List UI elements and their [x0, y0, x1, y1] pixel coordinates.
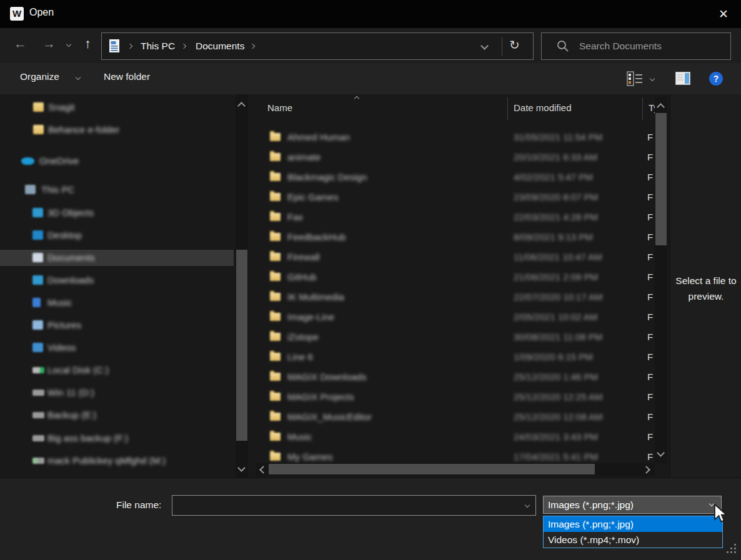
- file-row[interactable]: Firewall11/06/2021 10:47 AMF: [256, 248, 655, 267]
- breadcrumb-this-pc[interactable]: This PC: [141, 33, 175, 59]
- folder-icon: [270, 453, 281, 461]
- file-name: Firewall: [287, 248, 320, 267]
- file-name: GitHub: [287, 268, 317, 287]
- scroll-right-icon[interactable]: [642, 466, 650, 474]
- breadcrumb-chevron-icon[interactable]: [127, 44, 132, 49]
- file-date: 25/12/2020 1:46 PM: [514, 368, 598, 386]
- sidebar-item-music[interactable]: Music: [0, 295, 234, 311]
- file-name-field[interactable]: [172, 495, 536, 516]
- file-name: Music: [287, 428, 312, 446]
- breadcrumb-chevron-icon[interactable]: [181, 44, 186, 49]
- file-name-input[interactable]: [172, 496, 535, 515]
- sidebar-item-drive-f[interactable]: Big ass backup (F:): [0, 430, 234, 446]
- search-input[interactable]: [578, 33, 724, 59]
- organize-chevron-icon[interactable]: [76, 75, 81, 80]
- file-type: F: [647, 208, 653, 227]
- dropdown-option-videos[interactable]: Videos (*.mp4;*.mov): [544, 532, 722, 548]
- breadcrumb-documents[interactable]: Documents: [196, 33, 244, 59]
- recent-locations-chevron-icon[interactable]: [66, 42, 71, 47]
- column-divider[interactable]: [507, 97, 508, 120]
- breadcrumb-chevron-icon[interactable]: [250, 44, 255, 49]
- sidebar-item-downloads[interactable]: Downloads: [0, 272, 234, 288]
- file-row[interactable]: MAGIX Downloads25/12/2020 1:46 PMF: [256, 368, 655, 386]
- sidebar-item-this-pc[interactable]: This PC: [0, 182, 234, 198]
- file-row[interactable]: Blackmagic Design4/02/2021 5:47 PMF: [256, 168, 655, 187]
- sidebar-item-3d-objects[interactable]: 3D Objects: [0, 205, 234, 221]
- sidebar-item-pictures[interactable]: Pictures: [0, 317, 234, 333]
- file-type: F: [647, 128, 653, 147]
- close-button[interactable]: ✕: [714, 5, 733, 24]
- sidebar-item-label: Backup (E:): [47, 407, 96, 423]
- scroll-up-icon[interactable]: [657, 103, 665, 111]
- sidebar-item[interactable]: Behance e-folder: [0, 122, 234, 138]
- file-type: F: [647, 228, 653, 247]
- sidebar-item-videos[interactable]: Videos: [0, 340, 234, 356]
- file-row[interactable]: MAGIX_MusicEditor25/12/2020 12:08 AMF: [256, 408, 655, 426]
- sidebar-item-label: Win 11 (D:): [47, 385, 94, 401]
- sidebar-item-drive-e[interactable]: Backup (E:): [0, 407, 234, 423]
- file-row[interactable]: GitHub21/06/2021 2:09 PMF: [256, 268, 655, 287]
- file-name: IK Multimedia: [287, 288, 344, 307]
- file-list-scrollbar[interactable]: [655, 97, 667, 463]
- column-header-date-modified[interactable]: Date modified: [514, 102, 572, 113]
- file-row[interactable]: FeedbackHub8/09/2021 9:13 PMF: [256, 228, 655, 247]
- sidebar-item-label: Pictures: [47, 317, 81, 333]
- file-row[interactable]: IK Multimedia22/07/2020 10:17 AMF: [256, 288, 655, 307]
- file-date: 8/09/2021 9:13 PM: [514, 228, 593, 247]
- file-row[interactable]: iZotope30/08/2021 11:08 PMF: [256, 328, 655, 346]
- file-row[interactable]: Music24/03/2021 3:43 PMF: [256, 428, 655, 446]
- back-icon[interactable]: ←: [14, 36, 27, 51]
- file-row[interactable]: Line 61/09/2020 6:15 PMF: [256, 348, 655, 366]
- dropdown-option-images[interactable]: Images (*.png;*.jpg): [544, 516, 722, 532]
- file-row[interactable]: animate20/10/2021 6:33 AMF: [256, 148, 655, 167]
- sidebar-item-drive-m[interactable]: mack Publickey qMfghd (M:): [0, 453, 234, 469]
- search-box[interactable]: [541, 32, 731, 60]
- column-divider[interactable]: [642, 97, 643, 120]
- sidebar-item-documents[interactable]: Documents: [0, 250, 234, 266]
- sidebar-item-drive-d[interactable]: Win 11 (D:): [0, 385, 234, 401]
- refresh-icon[interactable]: ↻: [509, 37, 520, 52]
- view-options-chevron-icon[interactable]: [650, 76, 655, 81]
- file-row[interactable]: MAGIX Projects25/12/2020 12:25 AMF: [256, 388, 655, 406]
- preview-pane-icon[interactable]: [675, 72, 690, 85]
- scrollbar-thumb[interactable]: [269, 464, 595, 474]
- organize-button[interactable]: Organize: [20, 71, 59, 82]
- preview-message: Select a file to preview.: [673, 273, 739, 304]
- drive-icon: [32, 367, 44, 373]
- resize-grip[interactable]: [727, 544, 729, 546]
- file-row[interactable]: Image-Line2/05/2021 10:02 AMF: [256, 308, 655, 327]
- sidebar-item-label: Videos: [47, 340, 76, 356]
- scrollbar-thumb[interactable]: [236, 250, 247, 441]
- scroll-down-icon[interactable]: [237, 464, 246, 472]
- scrollbar-thumb[interactable]: [655, 113, 667, 245]
- sidebar-item-desktop[interactable]: Desktop: [0, 227, 234, 243]
- file-date: 20/10/2021 6:33 AM: [514, 148, 597, 167]
- file-row[interactable]: Ahmed Human31/05/2021 11:54 PMF: [256, 128, 655, 147]
- horizontal-scrollbar[interactable]: [256, 463, 655, 476]
- forward-icon[interactable]: →: [42, 36, 56, 51]
- main-area: Snagit Behance e-folder OneDrive This PC…: [0, 94, 741, 478]
- column-header-name[interactable]: Name: [267, 102, 292, 113]
- address-bar[interactable]: This PC Documents ↻: [101, 32, 534, 60]
- file-row[interactable]: Fax22/03/2021 4:28 PMF: [256, 208, 655, 227]
- sidebar-item-local-disk[interactable]: Local Disk (C:): [0, 362, 234, 378]
- scroll-down-icon[interactable]: [657, 449, 665, 457]
- sidebar-item[interactable]: Snagit: [0, 99, 234, 115]
- folder-icon: [270, 213, 281, 221]
- file-name: FeedbackHub: [287, 228, 346, 247]
- file-row[interactable]: Epic Games23/09/2020 8:07 PMF: [256, 188, 655, 207]
- address-dropdown-chevron-icon[interactable]: [480, 42, 489, 50]
- details-view-icon[interactable]: [627, 71, 643, 86]
- file-type-combobox[interactable]: Images (*.png;*.jpg): [543, 496, 722, 514]
- scroll-up-icon[interactable]: [237, 102, 246, 110]
- sidebar-item-onedrive[interactable]: OneDrive: [0, 153, 234, 169]
- sidebar-scrollbar[interactable]: [236, 94, 248, 478]
- sidebar-item-label: Downloads: [47, 272, 94, 288]
- new-folder-button[interactable]: New folder: [104, 71, 150, 82]
- scroll-left-icon[interactable]: [259, 466, 267, 474]
- help-icon[interactable]: ?: [709, 72, 723, 86]
- toolbar: Organize New folder ?: [0, 63, 741, 94]
- file-row[interactable]: My Games17/04/2021 5:41 PMF: [256, 448, 655, 463]
- up-icon[interactable]: ↑: [84, 36, 91, 51]
- folder-icon: [270, 293, 281, 301]
